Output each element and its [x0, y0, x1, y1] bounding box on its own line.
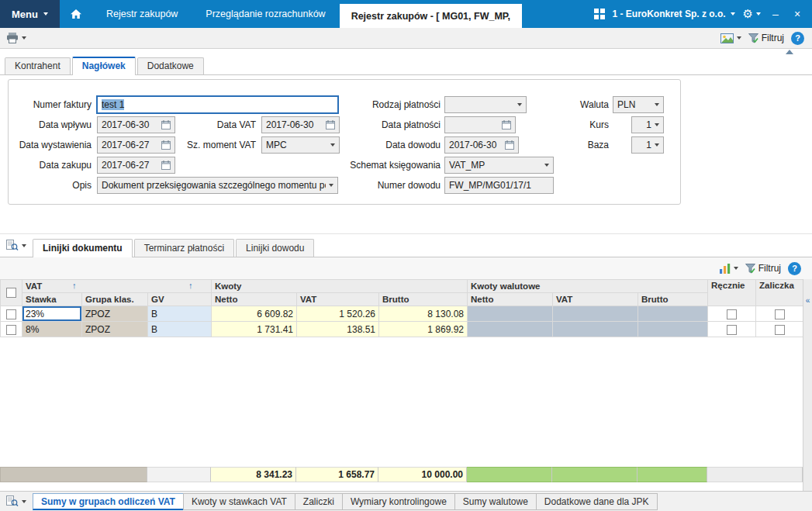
column-header-zaliczka[interactable]: Zaliczka: [756, 280, 803, 306]
row-checkbox[interactable]: [6, 309, 16, 319]
numer-dowodu-field: FW_MP/MG01/17/1: [444, 177, 554, 194]
column-header-vat[interactable]: VAT: [297, 293, 379, 306]
tab-wymiary-kontrolingowe[interactable]: Wymiary kontrolingowe: [342, 493, 455, 510]
zaliczka-checkbox[interactable]: [775, 309, 785, 319]
table-row: 23% ZPOZ B 6 609.82 1 520.26 8 130.08: [1, 306, 803, 322]
settings-button[interactable]: ⚙: [743, 9, 761, 20]
column-header-vat-walutowe[interactable]: VAT: [553, 293, 638, 306]
cell-vat-walutowe[interactable]: [553, 306, 638, 322]
tab-linijki-dowodu[interactable]: Linijki dowodu: [236, 239, 314, 257]
data-dowodu-input[interactable]: 2017-06-30: [444, 136, 519, 154]
data-vat-input[interactable]: 2017-06-30: [261, 116, 340, 133]
tab-sumy-w-grupach-odliczen-vat[interactable]: Sumy w grupach odliczeń VAT: [33, 493, 184, 510]
printer-icon: [6, 33, 19, 43]
baza-select[interactable]: 1: [631, 136, 664, 154]
column-header-gv[interactable]: GV: [148, 293, 212, 306]
grid-filter-button[interactable]: Filtruj: [745, 263, 781, 274]
help-button[interactable]: ?: [791, 32, 804, 45]
chevron-down-icon: [544, 164, 549, 167]
tab-naglowek[interactable]: Nagłówek: [72, 57, 136, 75]
tab-dodatkowe-dane-dla-jpk[interactable]: Dodatkowe dane dla JPK: [536, 493, 658, 510]
data-wplywu-input[interactable]: 2017-06-30: [97, 116, 175, 133]
cell-vat[interactable]: 1 520.26: [297, 306, 379, 322]
zaliczka-checkbox[interactable]: [775, 325, 785, 335]
view-options-button[interactable]: [720, 33, 741, 43]
cell-netto-walutowe[interactable]: [468, 322, 553, 337]
chevron-down-icon: [756, 12, 761, 16]
bar-chart-icon: [720, 264, 731, 274]
funnel-icon: [745, 264, 755, 274]
tab-sumy-walutowe[interactable]: Sumy walutowe: [454, 493, 537, 510]
tab-kwoty-w-stawkach-vat[interactable]: Kwoty w stawkach VAT: [183, 493, 295, 510]
home-button[interactable]: [60, 0, 92, 28]
cell-netto[interactable]: 1 731.41: [212, 322, 297, 337]
chevron-down-icon: [731, 12, 735, 16]
tab-kontrahent[interactable]: Kontrahent: [5, 57, 71, 74]
grid-help-button[interactable]: ?: [788, 262, 801, 275]
numer-faktury-input[interactable]: test 1: [97, 96, 338, 113]
select-all-checkbox[interactable]: [6, 288, 16, 298]
opis-select[interactable]: Dokument przeksięgowania szczególnego mo…: [97, 177, 338, 194]
schemat-ksiegowania-select[interactable]: VAT_MP: [444, 157, 554, 174]
tab-dodatkowe[interactable]: Dodatkowe: [137, 57, 204, 74]
minimize-button[interactable]: –: [769, 8, 783, 20]
tab-zaliczki[interactable]: Zaliczki: [295, 493, 343, 510]
cell-gv[interactable]: B: [148, 322, 212, 337]
summary-brutto: 10 000.00: [378, 467, 467, 482]
sort-up-icon: ↑: [188, 281, 193, 290]
kurs-select[interactable]: 1: [631, 116, 664, 133]
kurs-label: Kurs: [512, 116, 609, 133]
nav-tab-rejestr-zakupow-dokument[interactable]: Rejestr zakupów - [ MG01, FW_MP,: [340, 4, 522, 28]
menu-label: Menu: [12, 9, 38, 20]
column-header-recznie[interactable]: Ręcznie: [708, 280, 756, 306]
chart-button[interactable]: [720, 264, 738, 274]
cell-brutto[interactable]: 1 869.92: [379, 322, 468, 337]
bottom-view-button[interactable]: [3, 495, 33, 507]
cell-brutto[interactable]: 8 130.08: [379, 306, 468, 322]
collapse-panel-handle[interactable]: «: [803, 279, 812, 491]
tab-linijki-dokumentu[interactable]: Linijki dokumentu: [33, 239, 133, 257]
app-window: Menu Rejestr zakupów Przeglądanie rozrac…: [0, 0, 812, 511]
data-wystawienia-input[interactable]: 2017-06-27: [97, 136, 175, 154]
filter-button[interactable]: Filtruj: [748, 33, 784, 43]
print-button[interactable]: [6, 33, 26, 43]
cell-grupa-klas[interactable]: ZPOZ: [82, 322, 148, 337]
waluta-select[interactable]: PLN: [613, 96, 664, 113]
cell-brutto-walutowe[interactable]: [638, 306, 708, 322]
table-row: 8% ZPOZ B 1 731.41 138.51 1 869.92: [1, 322, 803, 337]
column-header-brutto-walutowe[interactable]: Brutto: [638, 293, 708, 306]
sz-moment-vat-select[interactable]: MPC: [261, 136, 340, 154]
company-selector[interactable]: 1 - EuroKonkret Sp. z o.o.: [613, 9, 735, 19]
cell-brutto-walutowe[interactable]: [638, 322, 708, 337]
cell-netto[interactable]: 6 609.82: [212, 306, 297, 322]
header-tab-strip: Kontrahent Nagłówek Dodatkowe: [0, 57, 812, 75]
column-header-stawka[interactable]: Stawka: [22, 293, 82, 306]
column-header-netto-walutowe[interactable]: Netto: [468, 293, 553, 306]
data-platnosci-input[interactable]: [444, 116, 516, 133]
chevron-down-icon: [655, 103, 659, 106]
column-header-netto[interactable]: Netto: [212, 293, 297, 306]
data-zakupu-input[interactable]: 2017-06-27: [97, 157, 175, 174]
apps-grid-icon[interactable]: [594, 9, 605, 19]
cell-vat-walutowe[interactable]: [553, 322, 638, 337]
cell-grupa-klas[interactable]: ZPOZ: [82, 306, 148, 322]
row-checkbox[interactable]: [6, 325, 16, 335]
data-dowodu-label: Data dowodu: [341, 136, 441, 154]
nav-tab-rejestr-zakupow[interactable]: Rejestr zakupów: [92, 9, 192, 19]
cell-vat[interactable]: 138.51: [297, 322, 379, 337]
recznie-checkbox[interactable]: [727, 325, 737, 335]
tab-terminarz-platnosci[interactable]: Terminarz płatności: [134, 239, 234, 257]
column-header-brutto[interactable]: Brutto: [379, 293, 468, 306]
cell-stawka[interactable]: 8%: [22, 322, 82, 337]
close-button[interactable]: ×: [790, 8, 804, 20]
cell-netto-walutowe[interactable]: [468, 306, 553, 322]
menu-button[interactable]: Menu: [0, 0, 60, 28]
recznie-checkbox[interactable]: [727, 309, 737, 319]
nav-tab-przegladanie-rozrachunkow[interactable]: Przeglądanie rozrachunków: [192, 9, 339, 19]
cell-stawka[interactable]: 23%: [22, 306, 82, 322]
column-header-grupa-klas[interactable]: Grupa klas.: [82, 293, 148, 306]
grid-view-button[interactable]: [3, 240, 33, 251]
collapse-toolbar-button[interactable]: [786, 50, 793, 54]
chevron-down-icon: [43, 12, 48, 16]
cell-gv[interactable]: B: [148, 306, 212, 322]
